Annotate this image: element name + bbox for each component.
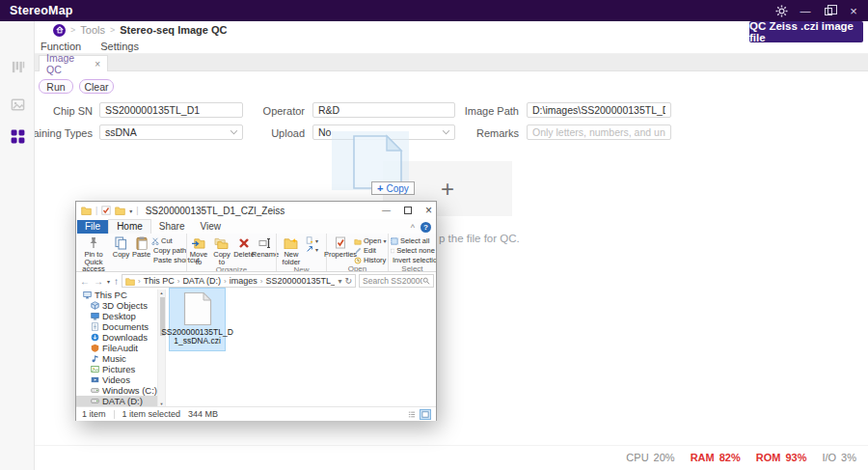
tree-item-desktop[interactable]: Desktop bbox=[76, 311, 157, 321]
tree-item-downloads[interactable]: Downloads bbox=[76, 332, 157, 343]
explorer-maximize-button[interactable] bbox=[404, 207, 412, 214]
tree-item-data-d[interactable]: DATA (D:) bbox=[76, 396, 157, 406]
crumb-current-folder[interactable]: SS200000135TL_D1_CZI_Zeiss bbox=[265, 276, 335, 286]
file-item-czi[interactable]: SS200000135TL_D 1_ssDNA.czi bbox=[169, 288, 226, 351]
ribbon-tab-view[interactable]: View bbox=[193, 220, 230, 234]
image-path-input[interactable] bbox=[527, 102, 671, 118]
refresh-icon[interactable]: ↻ bbox=[344, 276, 352, 286]
clear-button[interactable]: Clear bbox=[79, 79, 114, 94]
tree-item-this-pc[interactable]: This PC bbox=[76, 290, 157, 300]
settings-gear-button[interactable] bbox=[773, 2, 790, 19]
ribbon-tab-file[interactable]: File bbox=[77, 220, 108, 234]
crumb-images[interactable]: images bbox=[230, 276, 258, 286]
help-icon[interactable]: ? bbox=[420, 222, 431, 233]
address-dropdown-icon[interactable]: ▾ bbox=[338, 277, 341, 286]
copy-button[interactable]: Copy bbox=[111, 235, 131, 259]
sidebar-item-apps-active[interactable] bbox=[10, 128, 26, 145]
minimize-button[interactable]: — bbox=[797, 2, 814, 19]
sidebar-item-image-tools[interactable] bbox=[10, 97, 26, 113]
cpu-status: CPU 20% bbox=[626, 452, 674, 463]
menu-settings[interactable]: Settings bbox=[98, 41, 141, 52]
easy-access-button[interactable]: ▾ bbox=[306, 245, 325, 253]
edit-button[interactable]: Edit bbox=[354, 246, 387, 255]
folder-icon bbox=[81, 206, 92, 215]
crumb-this-pc[interactable]: This PC bbox=[144, 276, 175, 286]
tree-item-music[interactable]: Music bbox=[76, 353, 157, 364]
properties-check-icon[interactable] bbox=[101, 206, 111, 215]
tree-item-pictures[interactable]: Pictures bbox=[76, 364, 157, 374]
ribbon-collapse-icon[interactable]: ^ bbox=[411, 223, 415, 233]
chip-sn-input[interactable] bbox=[99, 102, 243, 118]
ribbon-tab-home[interactable]: Home bbox=[108, 219, 151, 234]
select-all-icon bbox=[391, 237, 398, 245]
operator-label: Operator bbox=[257, 105, 305, 117]
documents-icon bbox=[91, 322, 99, 331]
tree-item-fileaudit[interactable]: FileAudit bbox=[76, 343, 157, 353]
open-button[interactable]: Open ▾ bbox=[354, 236, 387, 245]
this-pc-icon bbox=[83, 290, 92, 299]
select-none-button[interactable]: Select none bbox=[391, 246, 435, 255]
staining-types-select[interactable]: ssDNA bbox=[99, 124, 243, 140]
details-view-button[interactable] bbox=[406, 409, 418, 420]
new-folder-qat-icon[interactable] bbox=[115, 206, 125, 215]
restore-button[interactable] bbox=[821, 2, 838, 19]
back-button[interactable]: ← bbox=[80, 276, 90, 287]
move-to-icon bbox=[191, 237, 205, 249]
scroll-down-icon[interactable]: ▼ bbox=[160, 401, 164, 406]
explorer-close-button[interactable]: × bbox=[425, 204, 432, 217]
breadcrumb-separator: > bbox=[70, 25, 75, 35]
history-button[interactable]: History bbox=[354, 256, 387, 264]
app-sidebar bbox=[0, 21, 35, 470]
forward-button[interactable]: → bbox=[94, 276, 103, 287]
paste-shortcut-button[interactable]: Paste shortcut bbox=[151, 256, 186, 264]
tree-item-documents[interactable]: Documents bbox=[76, 321, 157, 332]
up-button[interactable]: ↑ bbox=[114, 276, 119, 287]
cpu-value: 20% bbox=[654, 452, 675, 463]
scroll-up-icon[interactable]: ▲ bbox=[160, 290, 164, 295]
menu-function[interactable]: Function bbox=[39, 41, 83, 52]
rename-label: Rename bbox=[252, 251, 279, 259]
cut-label: Cut bbox=[161, 236, 173, 245]
tab-image-qc[interactable]: Image QC × bbox=[39, 55, 108, 71]
drive-icon bbox=[91, 397, 99, 405]
copy-to-button[interactable]: Copy to bbox=[210, 235, 233, 265]
recent-locations-icon[interactable]: ▾ bbox=[107, 278, 110, 285]
explorer-minimize-button[interactable]: — bbox=[382, 206, 391, 215]
large-icons-view-button[interactable] bbox=[420, 409, 431, 420]
new-folder-button[interactable]: New folder bbox=[277, 235, 306, 265]
new-item-button[interactable]: ▾ bbox=[306, 236, 325, 244]
select-none-label: Select none bbox=[396, 246, 435, 255]
crumb-data-d[interactable]: DATA (D:) bbox=[182, 276, 221, 286]
select-all-button[interactable]: Select all bbox=[391, 236, 435, 245]
tree-item-videos[interactable]: Videos bbox=[76, 374, 157, 385]
pin-to-quick-access-button[interactable]: Pin to Quick access bbox=[76, 235, 111, 272]
move-to-button[interactable]: Move to bbox=[187, 235, 210, 265]
sidebar-item-chip-qc[interactable] bbox=[10, 59, 26, 75]
rename-button[interactable]: Rename bbox=[255, 235, 276, 259]
explorer-search-input[interactable]: Search SS200000135TL... bbox=[359, 274, 434, 288]
tree-scrollbar[interactable]: ▲ ▼ bbox=[157, 290, 166, 406]
ram-label: RAM bbox=[691, 452, 715, 463]
file-name-line2: 1_ssDNA.czi bbox=[161, 337, 233, 346]
properties-button[interactable]: Properties bbox=[327, 235, 354, 259]
invert-selection-button[interactable]: Invert selection bbox=[391, 256, 435, 264]
cut-button[interactable]: Cut bbox=[151, 236, 186, 245]
chevron-down-icon bbox=[231, 127, 237, 134]
copy-to-label: Copy to bbox=[210, 251, 233, 265]
tab-close-icon[interactable]: × bbox=[95, 59, 100, 69]
address-box[interactable]: › This PC › DATA (D:) › images › SS20000… bbox=[122, 274, 356, 288]
remarks-input[interactable] bbox=[527, 124, 671, 140]
breadcrumb-tools[interactable]: Tools bbox=[80, 24, 105, 36]
ribbon-tab-share[interactable]: Share bbox=[151, 220, 193, 234]
explorer-titlebar[interactable]: | ▾ | SS200000135TL_D1_CZI_Zeiss — × bbox=[76, 202, 436, 219]
run-button[interactable]: Run bbox=[39, 79, 73, 94]
operator-input[interactable] bbox=[312, 102, 455, 118]
tree-item-3d-objects[interactable]: 3D Objects bbox=[76, 300, 157, 311]
copy-path-button[interactable]: Copy path bbox=[151, 246, 186, 255]
large-icons-view-icon bbox=[421, 411, 429, 418]
home-button[interactable] bbox=[53, 24, 66, 37]
tree-item-windows-c[interactable]: Windows (C:) bbox=[76, 385, 157, 396]
qat-dropdown-icon[interactable]: ▾ bbox=[129, 207, 132, 214]
paste-button[interactable]: Paste bbox=[131, 235, 151, 259]
close-button[interactable]: × bbox=[845, 2, 862, 19]
